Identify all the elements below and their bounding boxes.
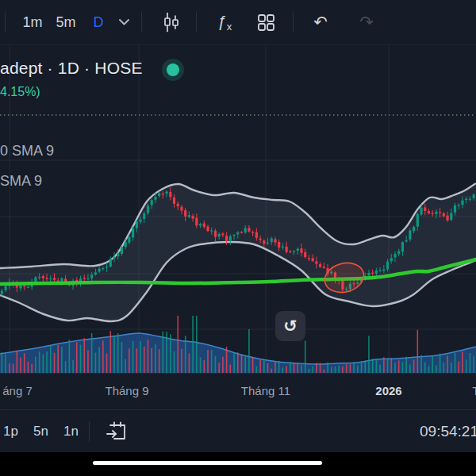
time-label: áng 7 (2, 384, 33, 397)
interval-button-1m[interactable]: 1m (21, 0, 44, 44)
time-label: 2026 (375, 384, 401, 397)
time-label: Tháng 11 (241, 384, 290, 397)
toolbar-separator (89, 421, 90, 442)
fx-indicators-icon: ƒx (217, 13, 232, 33)
home-indicator-area (0, 452, 476, 476)
time-axis[interactable]: áng 7Tháng 9Tháng 112026Th (0, 373, 476, 410)
indicators-button[interactable]: ƒx (213, 0, 236, 44)
toolbar-separator (141, 12, 142, 33)
price-chart-canvas[interactable] (0, 0, 476, 373)
time-label: Tháng 9 (105, 384, 148, 397)
chart-style-button[interactable] (160, 0, 182, 44)
undo-icon: ↶ (313, 14, 328, 31)
interval-dropdown-button[interactable] (114, 0, 133, 44)
undo-button[interactable]: ↶ (309, 0, 332, 44)
range-button-1p[interactable]: 1p (3, 410, 18, 453)
time-label: Th (472, 384, 476, 397)
toolbar-separator (196, 12, 197, 33)
redo-button[interactable]: ↷ (355, 0, 378, 44)
trading-app-screen: adept · 1D · HOSE 4.15%) 0 SMA 9 SMA 9 ↺… (0, 0, 476, 476)
redo-icon: ↷ (359, 14, 374, 31)
toolbar-separator (293, 12, 294, 33)
connection-status-dot (162, 59, 184, 81)
bollinger-fill (0, 183, 476, 321)
candlestick-icon (162, 12, 181, 33)
go-to-date-button[interactable] (106, 410, 129, 453)
reset-chart-button[interactable]: ↺ (275, 311, 305, 341)
range-button-5n[interactable]: 5n (33, 410, 48, 453)
top-toolbar: 1m 5m D ƒx (0, 0, 476, 45)
range-button-1n[interactable]: 1n (63, 410, 79, 453)
grid-layout-icon (256, 13, 276, 33)
toolbar-separator (5, 12, 6, 33)
refresh-icon: ↺ (283, 317, 298, 336)
interval-button-5m[interactable]: 5m (54, 0, 78, 44)
calendar-arrow-icon (106, 420, 129, 443)
session-clock: 09:54:21 (420, 410, 476, 453)
interval-button-1d-active[interactable]: D (89, 0, 108, 44)
layout-grid-button[interactable] (254, 0, 278, 44)
bottom-toolbar: 1p 5n 1n 09:54:21 (0, 409, 476, 453)
chevron-down-icon (118, 18, 130, 26)
home-indicator[interactable] (93, 461, 322, 465)
